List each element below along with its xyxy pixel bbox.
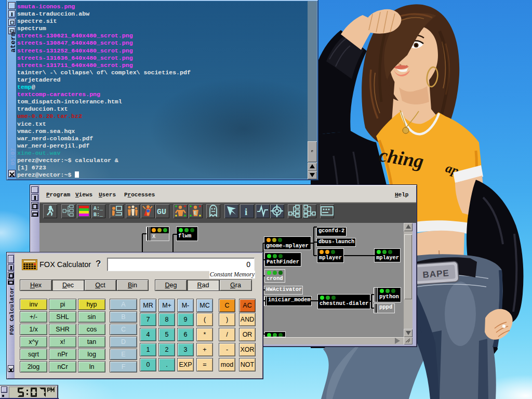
svg-text:GU: GU <box>157 208 166 217</box>
svg-text:B:_: B:_ <box>94 212 103 218</box>
svg-text:A:_: A:_ <box>94 206 103 211</box>
svg-text:i: i <box>245 206 247 217</box>
svg-text:BAPE: BAPE <box>422 268 449 280</box>
svg-text:E: E <box>194 210 197 216</box>
